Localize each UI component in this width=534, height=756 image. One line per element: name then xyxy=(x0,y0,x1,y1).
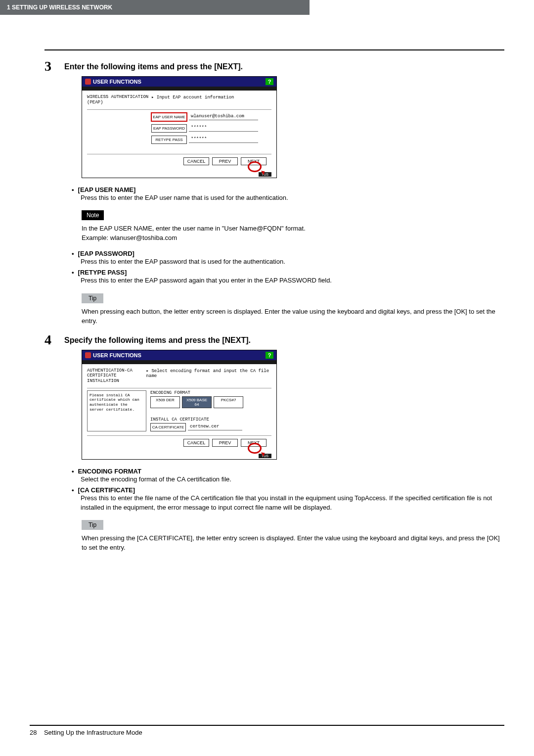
item-ca-cert-desc: Press this to enter the file name of the… xyxy=(81,494,504,513)
gear-icon xyxy=(85,79,91,85)
bullet-icon: • xyxy=(72,269,74,276)
bullet-icon: • xyxy=(72,250,74,257)
page-number: 28 xyxy=(30,729,37,736)
eap-user-name-button[interactable]: EAP USER NAME xyxy=(151,113,187,121)
step-4-screenshot: USER FUNCTIONS ? AUTHENTICATION-CA CERTI… xyxy=(82,350,277,460)
cancel-button[interactable]: CANCEL xyxy=(183,157,209,165)
ss4-title: USER FUNCTIONS xyxy=(93,352,141,358)
eap-password-button[interactable]: EAP PASSWORD xyxy=(151,124,187,133)
cursor-highlight-icon xyxy=(248,161,262,172)
bullet-icon: • xyxy=(72,186,74,193)
item-eap-user-name-title: [EAP USER NAME] xyxy=(78,186,136,193)
ss3-titlebar: USER FUNCTIONS ? xyxy=(82,77,276,91)
ca-certificate-button[interactable]: CA CERTIFICATE xyxy=(150,423,186,431)
gear-icon xyxy=(85,352,91,358)
cancel-button[interactable]: CANCEL xyxy=(183,439,209,447)
ss4-info-box: Please install CA certificate which can … xyxy=(87,390,146,431)
ss4-left-label: AUTHENTICATION-CA CERTIFICATE INSTALLATI… xyxy=(87,368,146,384)
step-3-number: 3 xyxy=(44,59,59,73)
item-encoding-desc: Select the encoding format of the CA cer… xyxy=(81,475,504,484)
bullet-icon: • xyxy=(72,468,74,475)
retype-pass-value: ****** xyxy=(189,137,258,143)
section-header: 1 SETTING UP WIRELESS NETWORK xyxy=(0,0,310,15)
note-line-2: Example: wlanuser@toshiba.com xyxy=(82,234,504,243)
ss4-right-label: ▸ Select encoding format and input the C… xyxy=(146,368,271,384)
item-retype-pass-desc: Press this to enter the EAP password aga… xyxy=(81,276,504,285)
help-icon[interactable]: ? xyxy=(266,352,273,359)
item-eap-password-title: [EAP PASSWORD] xyxy=(78,250,134,257)
footer-title: Setting Up the Infrastructure Mode xyxy=(44,729,142,736)
tip-text-3: When pressing each button, the letter en… xyxy=(82,307,504,326)
ss4-titlebar: USER FUNCTIONS ? xyxy=(82,350,276,364)
note-label: Note xyxy=(82,210,104,220)
prev-button[interactable]: PREV xyxy=(212,157,238,165)
ss3-title: USER FUNCTIONS xyxy=(93,79,141,85)
help-icon[interactable]: ? xyxy=(266,78,273,85)
eap-user-name-value: wlanuser@toshiba.com xyxy=(189,114,258,120)
ss3-right-label: ▸ Input EAP account information xyxy=(151,94,234,105)
item-retype-pass-title: [RETYPE PASS] xyxy=(78,269,127,276)
item-ca-cert-title: [CA CERTIFICATE] xyxy=(78,486,135,494)
eap-password-value: ****** xyxy=(189,125,258,132)
page-footer: 28 Setting Up the Infrastructure Mode xyxy=(30,725,504,736)
cursor-highlight-icon xyxy=(248,443,262,454)
step-4-title: Specify the following items and press th… xyxy=(64,333,251,345)
x509-der-button[interactable]: X509 DER xyxy=(150,396,180,408)
ss3-left-label: WIRELESS AUTHENTICATION (PEAP) xyxy=(87,94,151,105)
retype-pass-button[interactable]: RETYPE PASS xyxy=(151,136,187,144)
footer-rule xyxy=(30,725,504,726)
item-eap-user-name-desc: Press this to enter the EAP user name th… xyxy=(81,193,504,203)
note-line-1: In the EAP USER NAME, enter the user nam… xyxy=(82,224,504,234)
bullet-icon: • xyxy=(72,486,74,494)
tip-label: Tip xyxy=(82,293,103,303)
page-content: 3 Enter the following items and press th… xyxy=(0,15,534,553)
step-4-number: 4 xyxy=(44,333,59,347)
step-3-header: 3 Enter the following items and press th… xyxy=(44,59,504,73)
item-eap-password-desc: Press this to enter the EAP password tha… xyxy=(81,257,504,267)
step-4-header: 4 Specify the following items and press … xyxy=(44,333,504,347)
x509-base64-button[interactable]: X509 BASE 64 xyxy=(182,396,212,408)
prev-button[interactable]: PREV xyxy=(212,439,238,447)
ca-certificate-value: certnew.cer xyxy=(188,424,242,430)
step-3-screenshot: USER FUNCTIONS ? WIRELESS AUTHENTICATION… xyxy=(82,76,277,178)
tip-text-4: When pressing the [CA CERTIFICATE], the … xyxy=(82,534,504,553)
top-rule xyxy=(44,49,504,50)
encoding-format-label: ENCODING FORMAT xyxy=(150,390,271,395)
item-encoding-title: ENCODING FORMAT xyxy=(78,468,141,475)
pkcs7-button[interactable]: PKCS#7 xyxy=(214,396,243,408)
install-ca-label: INSTALL CA CERTIFICATE xyxy=(150,417,271,422)
tip-label: Tip xyxy=(82,520,103,530)
step-3-title: Enter the following items and press the … xyxy=(64,59,243,71)
